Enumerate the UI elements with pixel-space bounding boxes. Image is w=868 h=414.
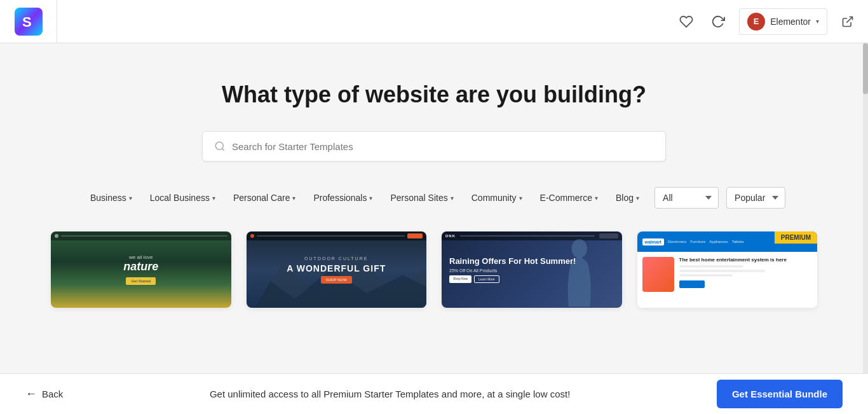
card-outdoor-cta: SHOP NOW [321, 276, 352, 284]
blog-chevron-icon: ▾ [636, 195, 639, 202]
back-button[interactable]: ← Back [25, 387, 63, 401]
card-outdoor-title: A WONDERFUL GIFT [287, 263, 386, 273]
card-premium-nav: Electronics Furniture Appliances Tablets [668, 240, 744, 244]
card-dnk-subtitle: 25% Off On All Products [449, 268, 614, 273]
nav-item-0: Electronics [668, 240, 686, 244]
logo-area: S [0, 0, 57, 43]
back-label: Back [42, 389, 63, 399]
elementor-icon: E [747, 13, 765, 31]
external-link-button[interactable] [837, 11, 858, 32]
templates-grid: we all love nature Get Started [0, 231, 868, 308]
filter-blog[interactable]: Blog ▾ [608, 188, 647, 208]
elementor-chevron-icon: ▾ [816, 18, 819, 25]
card-premium-logo: walmart [642, 238, 664, 245]
nav-item-2: Appliances [709, 240, 728, 244]
svg-text:S: S [22, 14, 32, 30]
filter-personal-sites[interactable]: Personal Sites ▾ [383, 188, 461, 208]
filter-personal-care[interactable]: Personal Care ▾ [226, 188, 304, 208]
card-premium-body: The best home entertainment system is he… [637, 252, 818, 308]
card-outdoor-subtitle: OUTDOOR CULTURE [304, 256, 368, 261]
card-nature-bg: we all love nature Get Started [51, 231, 231, 308]
filter-all-select[interactable]: All Free Premium [654, 187, 719, 209]
svg-line-2 [846, 17, 852, 22]
search-input[interactable] [232, 141, 654, 152]
search-bar [202, 131, 666, 162]
topbar: S E Elementor [0, 0, 868, 43]
card-dnk-title: Raining Offers For Hot Summer! [449, 256, 614, 266]
template-card-premium[interactable]: PREMIUM walmart Electronics Furniture Ap… [637, 231, 818, 308]
bottom-bar: ← Back Get unlimited access to all Premi… [0, 373, 868, 414]
personal-sites-chevron-icon: ▾ [451, 195, 454, 202]
svg-line-4 [222, 148, 224, 150]
favorites-button[interactable] [675, 11, 697, 32]
promo-text: Get unlimited access to all Premium Star… [210, 389, 570, 399]
filter-local-business[interactable]: Local Business ▾ [142, 188, 223, 208]
search-wrapper [202, 131, 666, 162]
filter-business[interactable]: Business ▾ [83, 188, 140, 208]
elementor-selector[interactable]: E Elementor ▾ [739, 8, 827, 35]
scrollbar-thumb[interactable] [863, 43, 868, 94]
card-premium-image [642, 257, 674, 292]
card-nature-cta: Get Started [126, 277, 156, 285]
card-dnk-buttons: Shop Now Learn More [449, 275, 614, 283]
personal-care-chevron-icon: ▾ [292, 195, 295, 202]
card-dnk-btn1: Shop Now [449, 275, 471, 283]
filter-community[interactable]: Community ▾ [464, 188, 530, 208]
template-card-nature[interactable]: we all love nature Get Started [51, 231, 231, 308]
template-card-dnk[interactable]: DNK Raining Offers For Hot Summer! 25% O… [442, 231, 622, 308]
card-dnk-btn2: Learn More [474, 275, 499, 283]
scrollbar-track[interactable] [863, 43, 868, 373]
card-dnk-bg: DNK Raining Offers For Hot Summer! 25% O… [442, 231, 622, 308]
card-outdoor-bg: OUTDOOR CULTURE A WONDERFUL GIFT SHOP NO… [247, 231, 427, 308]
refresh-button[interactable] [707, 11, 729, 32]
filter-professionals[interactable]: Professionals ▾ [306, 188, 380, 208]
card-premium-bg: PREMIUM walmart Electronics Furniture Ap… [637, 231, 818, 308]
back-arrow-icon: ← [25, 387, 37, 401]
filter-popular-select[interactable]: Popular Newest Oldest [726, 187, 785, 209]
card-outdoor-content: OUTDOOR CULTURE A WONDERFUL GIFT SHOP NO… [247, 231, 427, 308]
search-icon [214, 141, 226, 152]
app-logo: S [15, 8, 43, 36]
card-premium-text: The best home entertainment system is he… [679, 257, 787, 303]
filter-ecommerce[interactable]: E-Commerce ▾ [532, 188, 606, 208]
card-nature-tagline: we all love [129, 254, 153, 260]
professionals-chevron-icon: ▾ [369, 195, 372, 202]
elementor-label: Elementor [770, 17, 811, 27]
community-chevron-icon: ▾ [519, 195, 522, 202]
svg-point-3 [215, 142, 223, 149]
filter-nav: Business ▾ Local Business ▾ Personal Car… [0, 187, 868, 209]
topbar-actions: E Elementor ▾ [675, 8, 858, 35]
main-content: What type of website are you building? B… [0, 43, 868, 414]
local-business-chevron-icon: ▾ [212, 195, 215, 202]
bundle-button[interactable]: Get Essential Bundle [717, 380, 843, 408]
nav-item-3: Tablets [732, 240, 744, 244]
premium-badge: PREMIUM [775, 231, 817, 244]
card-nature-content: we all love nature Get Started [51, 231, 231, 308]
business-chevron-icon: ▾ [129, 195, 132, 202]
page-title: What type of website are you building? [222, 81, 646, 108]
nav-item-1: Furniture [690, 240, 705, 244]
card-nature-title: nature [123, 260, 158, 273]
template-card-outdoor[interactable]: OUTDOOR CULTURE A WONDERFUL GIFT SHOP NO… [247, 231, 427, 308]
card-dnk-content: Raining Offers For Hot Summer! 25% Off O… [442, 231, 622, 308]
card-premium-headline: The best home entertainment system is he… [679, 257, 787, 263]
ecommerce-chevron-icon: ▾ [595, 195, 598, 202]
